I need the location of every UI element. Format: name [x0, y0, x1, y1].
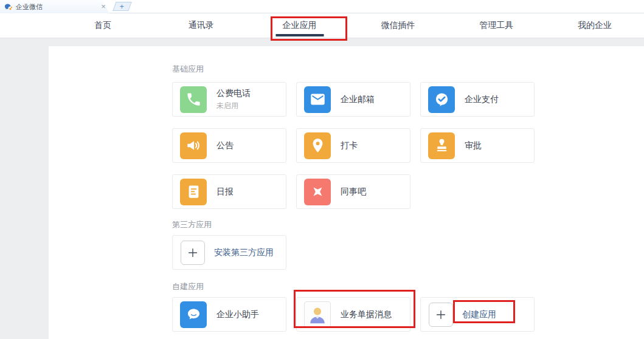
stamp-icon: [428, 132, 455, 159]
app-card-pay[interactable]: 企业支付: [420, 82, 535, 117]
apps-panel: 基础应用 公费电话 未启用 企业邮箱 企业支付: [49, 46, 644, 339]
section-label-self-built: 自建应用: [172, 281, 644, 292]
create-app-label: 创建应用: [462, 309, 496, 320]
new-tab-button[interactable]: +: [113, 2, 131, 11]
app-name: 企业小助手: [216, 309, 259, 320]
app-card-approval[interactable]: 审批: [420, 128, 535, 163]
app-name: 业务单据消息: [341, 309, 392, 320]
app-name: 审批: [465, 140, 482, 151]
wechat-work-logo-icon: [4, 2, 13, 12]
app-name: 打卡: [341, 140, 358, 151]
install-third-party-card[interactable]: 安装第三方应用: [172, 235, 286, 270]
app-card-colleague-bar[interactable]: 同事吧: [296, 174, 410, 209]
mail-icon: [304, 86, 331, 113]
nav-item-admin-tools[interactable]: 管理工具: [447, 13, 545, 38]
nav-item-home[interactable]: 首页: [54, 13, 152, 38]
plus-icon: [429, 303, 453, 327]
active-tab-underline: [275, 34, 324, 36]
app-name: 企业支付: [465, 94, 499, 105]
app-card-mail[interactable]: 企业邮箱: [296, 82, 410, 117]
app-name: 同事吧: [341, 187, 366, 197]
phone-icon: [180, 86, 207, 113]
self-built-apps-grid: 企业小助手 业务单据消息 创建应用: [172, 297, 644, 332]
plus-icon: [181, 241, 205, 265]
browser-tab[interactable]: 企业微信: [0, 0, 109, 13]
basic-apps-grid: 公费电话 未启用 企业邮箱 企业支付 公告 打卡: [172, 82, 644, 209]
app-name: 日报: [216, 187, 234, 197]
megaphone-icon: [180, 132, 207, 159]
app-name: 企业邮箱: [341, 94, 375, 105]
top-navbar: 首页 通讯录 企业应用 微信插件 管理工具 我的企业: [0, 13, 644, 38]
tab-close-icon[interactable]: ×: [99, 1, 108, 12]
app-card-business-doc-message[interactable]: 业务单据消息: [296, 297, 410, 332]
app-name: 公费电话: [216, 88, 251, 99]
app-card-daily-report[interactable]: 日报: [172, 174, 286, 209]
install-third-party-label: 安装第三方应用: [214, 247, 274, 258]
plus-icon: +: [120, 3, 124, 10]
section-label-third-party: 第三方应用: [172, 219, 644, 230]
clover-star-icon: [304, 179, 331, 205]
document-lines-icon: [180, 179, 207, 205]
pay-check-icon: [428, 86, 455, 113]
app-card-assistant[interactable]: 企业小助手: [172, 297, 286, 332]
person-avatar-icon: [304, 301, 331, 328]
nav-item-contacts[interactable]: 通讯录: [152, 13, 251, 38]
nav-item-enterprise-apps[interactable]: 企业应用: [251, 13, 349, 38]
app-name: 公告: [216, 140, 234, 151]
nav-item-wechat-plugin[interactable]: 微信插件: [348, 13, 447, 38]
section-label-basic-apps: 基础应用: [172, 64, 644, 75]
nav-item-my-enterprise[interactable]: 我的企业: [545, 13, 644, 38]
browser-tab-strip: 企业微信 × +: [0, 0, 644, 13]
app-card-checkin[interactable]: 打卡: [296, 128, 410, 163]
app-status: 未启用: [216, 101, 251, 111]
app-card-paid-call[interactable]: 公费电话 未启用: [172, 82, 286, 117]
app-card-announcement[interactable]: 公告: [172, 128, 286, 163]
location-pin-icon: [304, 132, 331, 159]
create-app-card[interactable]: 创建应用: [420, 297, 535, 332]
tab-title: 企业微信: [16, 2, 43, 12]
chat-bubble-icon: [180, 301, 207, 328]
